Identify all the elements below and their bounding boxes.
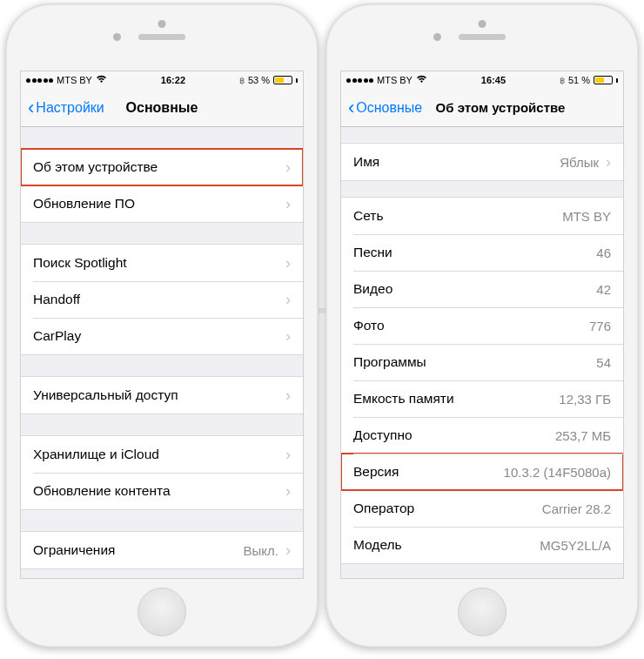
group-spotlight: Поиск Spotlight › Handoff › CarPlay › bbox=[21, 244, 303, 355]
clock: 16:45 bbox=[481, 75, 506, 85]
clock: 16:22 bbox=[161, 75, 185, 85]
earpiece-speaker bbox=[138, 34, 185, 40]
cell-value: 253,7 МБ bbox=[555, 428, 611, 443]
screen-right: MTS BY 16:45 ฿ 51 % ‹ Основные bbox=[340, 71, 624, 579]
cell-background-refresh[interactable]: Обновление контента › bbox=[21, 473, 303, 509]
cell-value: Выкл. bbox=[244, 543, 278, 558]
front-camera bbox=[113, 33, 121, 41]
back-label: Настройки bbox=[36, 100, 104, 116]
home-button[interactable] bbox=[138, 588, 186, 636]
phone-right: MTS BY 16:45 ฿ 51 % ‹ Основные bbox=[325, 3, 639, 648]
navigation-bar: ‹ Настройки Основные bbox=[21, 89, 303, 127]
cell-label: Версия bbox=[353, 464, 399, 480]
screen-left: MTS BY 16:22 ฿ 53 % ‹ Настройки bbox=[20, 71, 304, 579]
cell-value: 776 bbox=[589, 319, 611, 333]
cell-label: Об этом устройстве bbox=[33, 159, 158, 175]
chevron-right-icon: › bbox=[278, 291, 291, 309]
cell-value: MG5Y2LL/A bbox=[540, 538, 611, 553]
chevron-right-icon: › bbox=[278, 327, 291, 346]
back-button[interactable]: ‹ Настройки bbox=[28, 98, 104, 118]
battery-icon bbox=[594, 76, 613, 84]
cell-restrictions[interactable]: Ограничения Выкл. › bbox=[21, 532, 303, 568]
chevron-right-icon: › bbox=[278, 541, 291, 560]
cell-label: Универсальный доступ bbox=[33, 387, 178, 403]
cell-label: CarPlay bbox=[33, 328, 81, 344]
back-button[interactable]: ‹ Основные bbox=[348, 98, 422, 118]
group-storage: Хранилище и iCloud › Обновление контента… bbox=[21, 435, 303, 510]
cell-label: Handoff bbox=[33, 292, 80, 307]
group-name: Имя Яблык › bbox=[341, 143, 623, 181]
status-bar: MTS BY 16:22 ฿ 53 % bbox=[21, 71, 303, 89]
chevron-right-icon: › bbox=[278, 254, 291, 272]
signal-strength-icon bbox=[346, 78, 373, 83]
chevron-right-icon: › bbox=[278, 387, 291, 405]
cell-label: Доступно bbox=[353, 427, 413, 443]
cell-label: Модель bbox=[353, 537, 402, 553]
cell-capacity: Емкость памяти 12,33 ГБ bbox=[341, 380, 623, 417]
cell-value: 46 bbox=[596, 245, 611, 260]
cell-accessibility[interactable]: Универсальный доступ › bbox=[21, 377, 303, 414]
cell-label: Обновление контента bbox=[33, 483, 171, 499]
battery-percent: 53 % bbox=[248, 75, 270, 85]
cell-label: Программы bbox=[353, 354, 426, 370]
chevron-right-icon: › bbox=[599, 153, 611, 171]
battery-percent: 51 % bbox=[568, 75, 590, 85]
earpiece-speaker bbox=[459, 34, 506, 40]
chevron-left-icon: ‹ bbox=[28, 98, 34, 118]
cell-value: MTS BY bbox=[562, 209, 611, 224]
wifi-icon bbox=[96, 75, 107, 85]
navigation-bar: ‹ Основные Об этом устройстве bbox=[341, 89, 623, 127]
cell-carrier: Оператор Carrier 28.2 bbox=[341, 490, 623, 527]
cell-handoff[interactable]: Handoff › bbox=[21, 281, 303, 318]
cell-value: 42 bbox=[596, 282, 611, 297]
cell-label: Песни bbox=[353, 245, 392, 260]
cell-value: 12,33 ГБ bbox=[559, 392, 611, 407]
chevron-right-icon: › bbox=[278, 446, 291, 464]
cell-label: Поиск Spotlight bbox=[33, 255, 127, 271]
cell-spotlight[interactable]: Поиск Spotlight › bbox=[21, 245, 303, 281]
cell-label: Оператор bbox=[353, 501, 414, 516]
cell-label: Видео bbox=[353, 281, 392, 297]
cell-value: Carrier 28.2 bbox=[542, 501, 611, 516]
cell-songs: Песни 46 bbox=[341, 234, 623, 271]
carrier-label: MTS BY bbox=[377, 75, 413, 85]
cell-label: Фото bbox=[353, 318, 385, 333]
cell-value: 10.3.2 (14F5080a) bbox=[504, 465, 611, 480]
cell-videos: Видео 42 bbox=[341, 271, 623, 307]
cell-device-name[interactable]: Имя Яблык › bbox=[341, 144, 623, 180]
cell-label: Ограничения bbox=[33, 542, 115, 558]
proximity-sensor bbox=[479, 20, 486, 28]
about-list: Имя Яблык › Сеть MTS BY Песни bbox=[341, 127, 623, 564]
cell-storage-icloud[interactable]: Хранилище и iCloud › bbox=[21, 436, 303, 473]
cell-label: Емкость памяти bbox=[353, 391, 454, 407]
bluetooth-icon: ฿ bbox=[239, 76, 245, 85]
chevron-right-icon: › bbox=[278, 482, 291, 501]
signal-strength-icon bbox=[26, 78, 53, 83]
cell-apps: Программы 54 bbox=[341, 344, 623, 380]
phone-left: MTS BY 16:22 ฿ 53 % ‹ Настройки bbox=[5, 3, 319, 648]
chevron-left-icon: ‹ bbox=[348, 98, 354, 118]
battery-cap bbox=[616, 78, 618, 83]
group-details: Сеть MTS BY Песни 46 Видео 42 Фото 776 bbox=[341, 197, 623, 564]
cell-available: Доступно 253,7 МБ bbox=[341, 417, 623, 454]
carrier-label: MTS BY bbox=[57, 75, 92, 85]
front-camera bbox=[433, 33, 441, 41]
cell-network: Сеть MTS BY bbox=[341, 198, 623, 234]
cell-label: Обновление ПО bbox=[33, 196, 135, 212]
cell-carplay[interactable]: CarPlay › bbox=[21, 318, 303, 354]
status-bar: MTS BY 16:45 ฿ 51 % bbox=[341, 71, 623, 89]
cell-model: Модель MG5Y2LL/A bbox=[341, 527, 623, 563]
battery-icon bbox=[273, 76, 292, 84]
back-label: Основные bbox=[356, 100, 422, 116]
cell-label: Сеть bbox=[353, 208, 383, 224]
chevron-right-icon: › bbox=[278, 195, 291, 213]
wifi-icon bbox=[416, 75, 427, 85]
settings-list: Об этом устройстве › Обновление ПО › Пои… bbox=[21, 127, 303, 569]
cell-value: Яблык bbox=[560, 155, 599, 170]
cell-software-update[interactable]: Обновление ПО › bbox=[21, 185, 303, 222]
chevron-right-icon: › bbox=[278, 158, 291, 177]
proximity-sensor bbox=[158, 20, 166, 28]
home-button[interactable] bbox=[458, 588, 506, 636]
cell-about-device[interactable]: Об этом устройстве › bbox=[21, 149, 303, 185]
cell-photos: Фото 776 bbox=[341, 307, 623, 344]
